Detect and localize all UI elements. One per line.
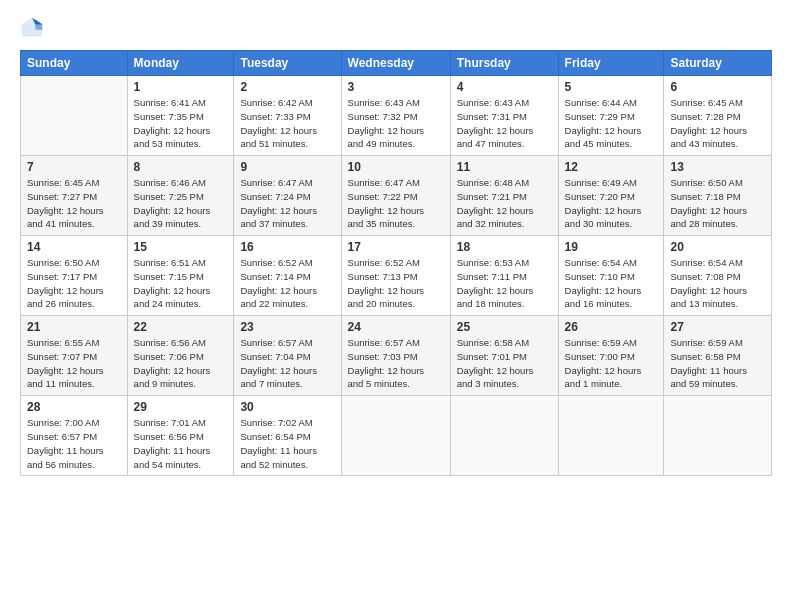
- day-info: Sunrise: 7:01 AM Sunset: 6:56 PM Dayligh…: [134, 416, 228, 471]
- day-info: Sunrise: 6:47 AM Sunset: 7:24 PM Dayligh…: [240, 176, 334, 231]
- day-number: 17: [348, 240, 444, 254]
- day-info: Sunrise: 6:48 AM Sunset: 7:21 PM Dayligh…: [457, 176, 552, 231]
- day-number: 11: [457, 160, 552, 174]
- calendar-cell: 19Sunrise: 6:54 AM Sunset: 7:10 PM Dayli…: [558, 236, 664, 316]
- day-number: 4: [457, 80, 552, 94]
- day-info: Sunrise: 6:44 AM Sunset: 7:29 PM Dayligh…: [565, 96, 658, 151]
- day-number: 14: [27, 240, 121, 254]
- calendar-cell: 27Sunrise: 6:59 AM Sunset: 6:58 PM Dayli…: [664, 316, 772, 396]
- day-number: 22: [134, 320, 228, 334]
- calendar-header-row: SundayMondayTuesdayWednesdayThursdayFrid…: [21, 51, 772, 76]
- calendar-cell: 22Sunrise: 6:56 AM Sunset: 7:06 PM Dayli…: [127, 316, 234, 396]
- calendar-cell: 30Sunrise: 7:02 AM Sunset: 6:54 PM Dayli…: [234, 396, 341, 476]
- calendar-cell: 24Sunrise: 6:57 AM Sunset: 7:03 PM Dayli…: [341, 316, 450, 396]
- day-number: 13: [670, 160, 765, 174]
- day-number: 21: [27, 320, 121, 334]
- day-info: Sunrise: 7:00 AM Sunset: 6:57 PM Dayligh…: [27, 416, 121, 471]
- day-number: 12: [565, 160, 658, 174]
- day-number: 7: [27, 160, 121, 174]
- calendar-cell: 3Sunrise: 6:43 AM Sunset: 7:32 PM Daylig…: [341, 76, 450, 156]
- calendar-cell: 20Sunrise: 6:54 AM Sunset: 7:08 PM Dayli…: [664, 236, 772, 316]
- logo-icon: [20, 16, 44, 40]
- calendar-cell: 9Sunrise: 6:47 AM Sunset: 7:24 PM Daylig…: [234, 156, 341, 236]
- calendar-cell: 25Sunrise: 6:58 AM Sunset: 7:01 PM Dayli…: [450, 316, 558, 396]
- calendar-day-header: Wednesday: [341, 51, 450, 76]
- page-header: [20, 16, 772, 40]
- day-number: 18: [457, 240, 552, 254]
- calendar-day-header: Friday: [558, 51, 664, 76]
- calendar-week-row: 28Sunrise: 7:00 AM Sunset: 6:57 PM Dayli…: [21, 396, 772, 476]
- day-info: Sunrise: 6:42 AM Sunset: 7:33 PM Dayligh…: [240, 96, 334, 151]
- day-number: 8: [134, 160, 228, 174]
- calendar-cell: 5Sunrise: 6:44 AM Sunset: 7:29 PM Daylig…: [558, 76, 664, 156]
- calendar-day-header: Thursday: [450, 51, 558, 76]
- calendar-cell: 15Sunrise: 6:51 AM Sunset: 7:15 PM Dayli…: [127, 236, 234, 316]
- calendar-cell: 2Sunrise: 6:42 AM Sunset: 7:33 PM Daylig…: [234, 76, 341, 156]
- day-info: Sunrise: 6:47 AM Sunset: 7:22 PM Dayligh…: [348, 176, 444, 231]
- day-number: 10: [348, 160, 444, 174]
- calendar-week-row: 21Sunrise: 6:55 AM Sunset: 7:07 PM Dayli…: [21, 316, 772, 396]
- day-number: 5: [565, 80, 658, 94]
- day-info: Sunrise: 6:52 AM Sunset: 7:14 PM Dayligh…: [240, 256, 334, 311]
- day-number: 29: [134, 400, 228, 414]
- day-number: 23: [240, 320, 334, 334]
- day-number: 1: [134, 80, 228, 94]
- day-info: Sunrise: 6:46 AM Sunset: 7:25 PM Dayligh…: [134, 176, 228, 231]
- day-info: Sunrise: 6:58 AM Sunset: 7:01 PM Dayligh…: [457, 336, 552, 391]
- calendar-cell: [450, 396, 558, 476]
- day-info: Sunrise: 6:59 AM Sunset: 6:58 PM Dayligh…: [670, 336, 765, 391]
- day-number: 30: [240, 400, 334, 414]
- calendar-cell: 11Sunrise: 6:48 AM Sunset: 7:21 PM Dayli…: [450, 156, 558, 236]
- calendar-cell: 29Sunrise: 7:01 AM Sunset: 6:56 PM Dayli…: [127, 396, 234, 476]
- calendar-day-header: Monday: [127, 51, 234, 76]
- day-number: 16: [240, 240, 334, 254]
- calendar-cell: 8Sunrise: 6:46 AM Sunset: 7:25 PM Daylig…: [127, 156, 234, 236]
- day-info: Sunrise: 6:57 AM Sunset: 7:03 PM Dayligh…: [348, 336, 444, 391]
- calendar-cell: 4Sunrise: 6:43 AM Sunset: 7:31 PM Daylig…: [450, 76, 558, 156]
- calendar-cell: 14Sunrise: 6:50 AM Sunset: 7:17 PM Dayli…: [21, 236, 128, 316]
- calendar-cell: 6Sunrise: 6:45 AM Sunset: 7:28 PM Daylig…: [664, 76, 772, 156]
- day-info: Sunrise: 6:45 AM Sunset: 7:27 PM Dayligh…: [27, 176, 121, 231]
- day-number: 9: [240, 160, 334, 174]
- calendar-cell: 7Sunrise: 6:45 AM Sunset: 7:27 PM Daylig…: [21, 156, 128, 236]
- calendar-cell: 23Sunrise: 6:57 AM Sunset: 7:04 PM Dayli…: [234, 316, 341, 396]
- day-info: Sunrise: 6:55 AM Sunset: 7:07 PM Dayligh…: [27, 336, 121, 391]
- day-info: Sunrise: 6:45 AM Sunset: 7:28 PM Dayligh…: [670, 96, 765, 151]
- calendar-day-header: Sunday: [21, 51, 128, 76]
- day-info: Sunrise: 6:57 AM Sunset: 7:04 PM Dayligh…: [240, 336, 334, 391]
- day-number: 3: [348, 80, 444, 94]
- calendar-cell: [21, 76, 128, 156]
- calendar-cell: 1Sunrise: 6:41 AM Sunset: 7:35 PM Daylig…: [127, 76, 234, 156]
- day-info: Sunrise: 6:43 AM Sunset: 7:31 PM Dayligh…: [457, 96, 552, 151]
- logo: [20, 16, 48, 40]
- day-info: Sunrise: 6:41 AM Sunset: 7:35 PM Dayligh…: [134, 96, 228, 151]
- day-number: 6: [670, 80, 765, 94]
- calendar-cell: 16Sunrise: 6:52 AM Sunset: 7:14 PM Dayli…: [234, 236, 341, 316]
- calendar-cell: 21Sunrise: 6:55 AM Sunset: 7:07 PM Dayli…: [21, 316, 128, 396]
- day-number: 25: [457, 320, 552, 334]
- day-number: 2: [240, 80, 334, 94]
- day-info: Sunrise: 6:54 AM Sunset: 7:08 PM Dayligh…: [670, 256, 765, 311]
- day-info: Sunrise: 6:59 AM Sunset: 7:00 PM Dayligh…: [565, 336, 658, 391]
- day-info: Sunrise: 6:50 AM Sunset: 7:17 PM Dayligh…: [27, 256, 121, 311]
- calendar-table: SundayMondayTuesdayWednesdayThursdayFrid…: [20, 50, 772, 476]
- day-info: Sunrise: 6:49 AM Sunset: 7:20 PM Dayligh…: [565, 176, 658, 231]
- calendar-cell: 26Sunrise: 6:59 AM Sunset: 7:00 PM Dayli…: [558, 316, 664, 396]
- calendar-cell: 28Sunrise: 7:00 AM Sunset: 6:57 PM Dayli…: [21, 396, 128, 476]
- calendar-week-row: 14Sunrise: 6:50 AM Sunset: 7:17 PM Dayli…: [21, 236, 772, 316]
- calendar-week-row: 1Sunrise: 6:41 AM Sunset: 7:35 PM Daylig…: [21, 76, 772, 156]
- calendar-cell: 18Sunrise: 6:53 AM Sunset: 7:11 PM Dayli…: [450, 236, 558, 316]
- day-number: 19: [565, 240, 658, 254]
- day-number: 28: [27, 400, 121, 414]
- day-number: 24: [348, 320, 444, 334]
- calendar-cell: 10Sunrise: 6:47 AM Sunset: 7:22 PM Dayli…: [341, 156, 450, 236]
- calendar-cell: [558, 396, 664, 476]
- calendar-cell: [664, 396, 772, 476]
- day-number: 27: [670, 320, 765, 334]
- calendar-cell: 17Sunrise: 6:52 AM Sunset: 7:13 PM Dayli…: [341, 236, 450, 316]
- day-number: 20: [670, 240, 765, 254]
- day-info: Sunrise: 6:43 AM Sunset: 7:32 PM Dayligh…: [348, 96, 444, 151]
- calendar-cell: [341, 396, 450, 476]
- calendar-day-header: Tuesday: [234, 51, 341, 76]
- calendar-day-header: Saturday: [664, 51, 772, 76]
